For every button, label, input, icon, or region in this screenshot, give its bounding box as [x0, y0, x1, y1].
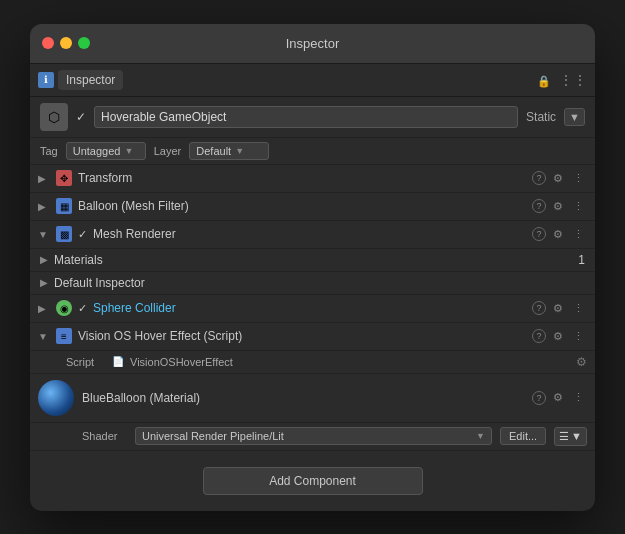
tag-value: Untagged — [73, 145, 121, 157]
layer-dropdown-arrow: ▼ — [235, 146, 244, 156]
vision-script-settings-icon[interactable] — [550, 329, 566, 344]
vision-script-actions: ? ⋮ — [532, 329, 587, 344]
layer-label: Layer — [154, 145, 182, 157]
sphere-collider-check[interactable]: ✓ — [78, 302, 87, 315]
component-vision-script[interactable]: ≡ Vision OS Hover Effect (Script) ? ⋮ — [30, 323, 595, 351]
material-preview — [38, 380, 74, 416]
inspector-tab-icon: ℹ — [38, 72, 54, 88]
add-component-button[interactable]: Add Component — [203, 467, 423, 495]
layer-dropdown[interactable]: Default ▼ — [189, 142, 269, 160]
tab-bar: ℹ Inspector ⋮ — [30, 64, 595, 97]
mesh-filter-more-icon[interactable]: ⋮ — [570, 199, 587, 214]
vision-script-expand-arrow — [38, 331, 50, 342]
tag-dropdown[interactable]: Untagged ▼ — [66, 142, 146, 160]
materials-section[interactable]: Materials 1 — [30, 249, 595, 272]
object-active-checkbox[interactable]: ✓ — [76, 110, 86, 124]
vision-script-help-icon[interactable]: ? — [532, 329, 546, 343]
component-mesh-filter[interactable]: ▦ Balloon (Mesh Filter) ? ⋮ — [30, 193, 595, 221]
script-label: Script — [66, 356, 106, 368]
shader-dropdown[interactable]: Universal Render Pipeline/Lit ▼ — [135, 427, 492, 445]
materials-label: Materials — [54, 253, 103, 267]
sphere-collider-icon: ◉ — [56, 300, 72, 316]
title-bar: Inspector — [30, 24, 595, 64]
object-name-input[interactable] — [94, 106, 518, 128]
transform-name: Transform — [78, 171, 526, 185]
add-component-section: Add Component — [30, 451, 595, 511]
material-row: BlueBalloon (Material) ? ⋮ — [30, 374, 595, 423]
mesh-renderer-name: Mesh Renderer — [93, 227, 526, 241]
script-gear-icon[interactable]: ⚙ — [576, 355, 587, 369]
window-title: Inspector — [286, 36, 339, 51]
close-button[interactable] — [42, 37, 54, 49]
material-more-icon[interactable]: ⋮ — [570, 390, 587, 405]
material-settings-icon[interactable] — [550, 390, 566, 405]
vision-script-icon: ≡ — [56, 328, 72, 344]
shader-list-icon: ☰ — [559, 430, 569, 443]
sphere-collider-settings-icon[interactable] — [550, 301, 566, 316]
sphere-collider-more-icon[interactable]: ⋮ — [570, 301, 587, 316]
transform-settings-icon[interactable] — [550, 171, 566, 186]
component-transform[interactable]: ✥ Transform ? ⋮ — [30, 165, 595, 193]
layer-value: Default — [196, 145, 231, 157]
lock-icon[interactable] — [537, 72, 551, 88]
tab-inspector[interactable]: ℹ Inspector — [38, 70, 123, 90]
mesh-filter-icon: ▦ — [56, 198, 72, 214]
tag-layer-row: Tag Untagged ▼ Layer Default ▼ — [30, 138, 595, 165]
shader-row: Shader Universal Render Pipeline/Lit ▼ E… — [30, 423, 595, 451]
shader-label: Shader — [82, 430, 127, 442]
mesh-renderer-help-icon[interactable]: ? — [532, 227, 546, 241]
mesh-filter-help-icon[interactable]: ? — [532, 199, 546, 213]
mesh-filter-actions: ? ⋮ — [532, 199, 587, 214]
vision-script-more-icon[interactable]: ⋮ — [570, 329, 587, 344]
inspector-window: Inspector ℹ Inspector ⋮ ⬡ ✓ Static ▼ Tag… — [30, 24, 595, 511]
sphere-collider-actions: ? ⋮ — [532, 301, 587, 316]
sphere-collider-name: Sphere Collider — [93, 301, 526, 315]
material-actions: ? ⋮ — [532, 390, 587, 405]
material-name: BlueBalloon (Material) — [82, 391, 524, 405]
traffic-lights — [42, 37, 90, 49]
tag-label: Tag — [40, 145, 58, 157]
transform-more-icon[interactable]: ⋮ — [570, 171, 587, 186]
materials-expand-arrow — [40, 254, 48, 265]
transform-expand-arrow — [38, 173, 50, 184]
mesh-filter-expand-arrow — [38, 201, 50, 212]
default-inspector-expand-arrow — [40, 277, 48, 288]
shader-list-button[interactable]: ☰ ▼ — [554, 427, 587, 446]
object-header: ⬡ ✓ Static ▼ — [30, 97, 595, 138]
sphere-collider-expand-arrow — [38, 303, 50, 314]
component-sphere-collider[interactable]: ◉ ✓ Sphere Collider ? ⋮ — [30, 295, 595, 323]
static-dropdown[interactable]: ▼ — [564, 108, 585, 126]
minimize-button[interactable] — [60, 37, 72, 49]
component-mesh-renderer[interactable]: ▩ ✓ Mesh Renderer ? ⋮ — [30, 221, 595, 249]
maximize-button[interactable] — [78, 37, 90, 49]
default-inspector-section[interactable]: Default Inspector — [30, 272, 595, 295]
static-label: Static — [526, 110, 556, 124]
mesh-renderer-more-icon[interactable]: ⋮ — [570, 227, 587, 242]
inspector-tab-label: Inspector — [58, 70, 123, 90]
transform-help-icon[interactable]: ? — [532, 171, 546, 185]
tag-dropdown-arrow: ▼ — [124, 146, 133, 156]
materials-count: 1 — [578, 253, 585, 267]
mesh-filter-settings-icon[interactable] — [550, 199, 566, 214]
script-file-row: Script 📄 VisionOSHoverEffect ⚙ — [30, 351, 595, 374]
more-icon[interactable]: ⋮ — [559, 72, 587, 88]
default-inspector-label: Default Inspector — [54, 276, 145, 290]
mesh-renderer-icon: ▩ — [56, 226, 72, 242]
object-icon: ⬡ — [40, 103, 68, 131]
shader-list-dropdown-arrow: ▼ — [571, 430, 582, 442]
vision-script-name: Vision OS Hover Effect (Script) — [78, 329, 526, 343]
mesh-filter-name: Balloon (Mesh Filter) — [78, 199, 526, 213]
tab-actions: ⋮ — [537, 72, 587, 88]
transform-icon: ✥ — [56, 170, 72, 186]
material-help-icon[interactable]: ? — [532, 391, 546, 405]
transform-actions: ? ⋮ — [532, 171, 587, 186]
mesh-renderer-check[interactable]: ✓ — [78, 228, 87, 241]
edit-button[interactable]: Edit... — [500, 427, 546, 445]
shader-dropdown-arrow: ▼ — [476, 431, 485, 441]
mesh-renderer-expand-arrow — [38, 229, 50, 240]
script-file-icon: 📄 — [112, 356, 124, 367]
script-file-value: VisionOSHoverEffect — [130, 356, 233, 368]
shader-value: Universal Render Pipeline/Lit — [142, 430, 284, 442]
mesh-renderer-settings-icon[interactable] — [550, 227, 566, 242]
sphere-collider-help-icon[interactable]: ? — [532, 301, 546, 315]
